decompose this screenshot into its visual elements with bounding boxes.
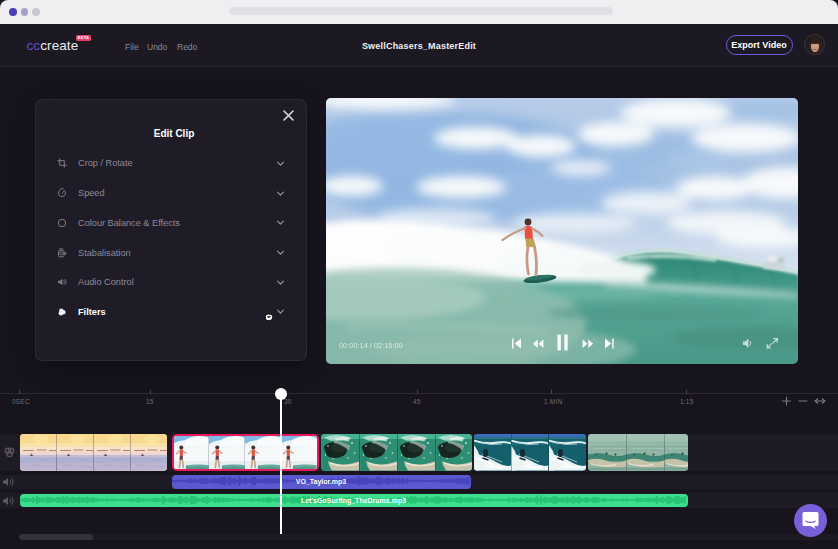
svg-text:00:00:14 / 02:15:00: 00:00:14 / 02:15:00: [339, 341, 403, 350]
